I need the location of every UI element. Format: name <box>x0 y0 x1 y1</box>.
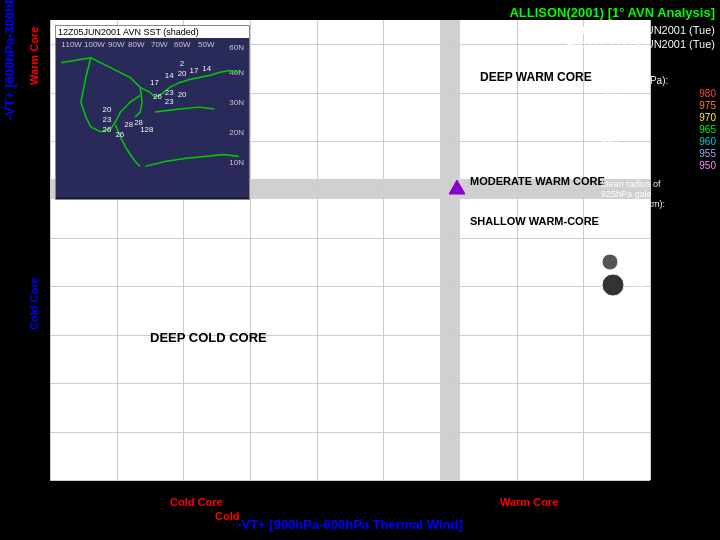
svg-text:20: 20 <box>103 105 112 114</box>
svg-text:20: 20 <box>178 90 187 99</box>
legend-row-3: 1000 965 <box>601 124 716 135</box>
y-warm-label: Warm Core <box>28 27 40 85</box>
legend-area: Intensity (hPa): 1015 980 1010 975 1005 … <box>601 75 716 299</box>
start-label: Start (A): <box>562 24 606 36</box>
legend-row-5: 890 955 <box>601 148 716 159</box>
svg-text:17: 17 <box>150 78 159 87</box>
cold-core-x-label: Cold Core <box>170 496 223 508</box>
x-tick-label-8: 200 <box>575 483 592 494</box>
legend-left-1: 1010 <box>601 100 623 111</box>
svg-text:28: 28 <box>124 120 133 129</box>
svg-text:20: 20 <box>178 69 187 78</box>
main-title: ALLISON(2001) [1° AVN Analysis] <box>370 5 715 20</box>
legend-left-5: 890 <box>601 148 618 159</box>
svg-text:23: 23 <box>103 115 112 124</box>
radius-label-1: 200 <box>625 224 640 234</box>
y-tick-label-7: -400 <box>15 378 35 389</box>
svg-text:26: 26 <box>115 130 124 139</box>
y-tick-label-3: 0 <box>20 185 26 196</box>
svg-text:23: 23 <box>165 88 174 97</box>
deep-warm-core-label: DEEP WARM CORE <box>480 70 592 84</box>
svg-text:26: 26 <box>103 125 112 134</box>
y-tick-label-6: -300 <box>15 330 35 341</box>
grid-v-4 <box>317 20 318 480</box>
grid-h-8 <box>50 432 650 433</box>
radius-row-0: <100 <box>601 211 716 221</box>
svg-text:14: 14 <box>202 64 211 73</box>
end-label: End (Z): <box>566 38 606 50</box>
svg-text:17: 17 <box>190 66 199 75</box>
legend-right-5: 955 <box>699 148 716 159</box>
radius-title: Mean radius of <box>601 179 716 189</box>
end-info: End (Z): 12Z19JUN2001 (Tue) <box>370 38 715 50</box>
svg-text:2: 2 <box>180 59 184 68</box>
svg-point-21 <box>604 214 608 218</box>
legend-left-0: 1015 <box>601 88 623 99</box>
inset-map-title: 12Z05JUN2001 AVN SST (shaded) <box>56 26 249 38</box>
legend-right-6: 950 <box>699 160 716 171</box>
legend-left-3: 1000 <box>601 124 623 135</box>
grid-h-4 <box>50 238 650 239</box>
legend-left-6: 985 <box>601 160 618 171</box>
legend-right-0: 980 <box>699 88 716 99</box>
x-tick-label-2: -400 <box>174 483 194 494</box>
y-tick-label-8: -500 <box>15 427 35 438</box>
x-tick-label-1: -500 <box>108 483 128 494</box>
svg-text:128: 128 <box>140 125 154 134</box>
grid-v-8 <box>583 20 584 480</box>
x-tick-label-9: 300 <box>642 483 659 494</box>
legend-right-3: 965 <box>699 124 716 135</box>
y-tick-label-9: -600 <box>15 472 35 483</box>
legend-left-4: 995 <box>601 136 618 147</box>
svg-text:23: 23 <box>165 97 174 106</box>
grid-v-5 <box>383 20 384 480</box>
radius-label-4: 750 <box>631 280 646 290</box>
storm-point-Z: A <box>449 180 465 196</box>
x-tick-label-3: -300 <box>241 483 261 494</box>
grid-v-3 <box>250 20 251 480</box>
y-tick-label-4: -100 <box>15 233 35 244</box>
title-area: ALLISON(2001) [1° AVN Analysis] Start (A… <box>370 5 715 50</box>
x-tick-label-4: -200 <box>308 483 328 494</box>
y-axis-title: -VT+ [600hPa-300hPa Thermal Wind] <box>2 0 17 120</box>
start-info: Start (A): 12Z05JUN2001 (Tue) <box>370 24 715 36</box>
legend-row-4: 995 960 <box>601 136 716 147</box>
legend-row-1: 1010 975 <box>601 100 716 111</box>
radius-subtitle: 925hPa gale <box>601 189 716 199</box>
grid-h-5 <box>50 286 650 287</box>
warm-core-x-label: Warm Core <box>500 496 558 508</box>
radius-unit: force wind (km): <box>601 199 716 209</box>
radius-row-3: 500 <box>601 253 716 271</box>
grid-h-6 <box>50 335 650 336</box>
deep-cold-core-label: DEEP COLD CORE <box>150 330 267 345</box>
radius-row-4: 750 <box>601 273 716 297</box>
y-tick-label-1: 200 <box>20 89 37 100</box>
legend-right-2: 970 <box>699 112 716 123</box>
x-tick-label-6: 0 <box>446 483 452 494</box>
intensity-label: Intensity (hPa): <box>601 75 716 86</box>
radius-label-0: <100 <box>625 211 645 221</box>
grid-v-0 <box>50 20 51 480</box>
grid-v-7 <box>517 20 518 480</box>
y-tick-label-2: 100 <box>20 137 37 148</box>
legend-row-6: 985 950 <box>601 160 716 171</box>
x-tick-label-7: 100 <box>510 483 527 494</box>
inset-map: 12Z05JUN2001 AVN SST (shaded) 60N 40N 30… <box>55 25 250 200</box>
legend-right-1: 975 <box>699 100 716 111</box>
grid-v-6 <box>450 20 451 480</box>
svg-point-22 <box>604 226 610 232</box>
start-value: 12Z05JUN2001 (Tue) <box>609 24 715 36</box>
radius-label-2: 300 <box>625 239 640 249</box>
radius-row-1: 200 <box>601 223 716 235</box>
svg-text:26: 26 <box>153 92 162 101</box>
svg-point-23 <box>603 239 613 249</box>
end-value: 12Z19JUN2001 (Tue) <box>609 38 715 50</box>
y-cold-label: Cold Core <box>28 277 40 330</box>
svg-text:14: 14 <box>165 71 174 80</box>
legend-right-4: 960 <box>699 136 716 147</box>
grid-h-7 <box>50 383 650 384</box>
x-tick-label-5: -100 <box>375 483 395 494</box>
moderate-warm-core-label: MODERATE WARM CORE <box>470 175 605 187</box>
radius-label-3: 500 <box>627 257 642 267</box>
legend-left-2: 1005 <box>601 112 623 123</box>
